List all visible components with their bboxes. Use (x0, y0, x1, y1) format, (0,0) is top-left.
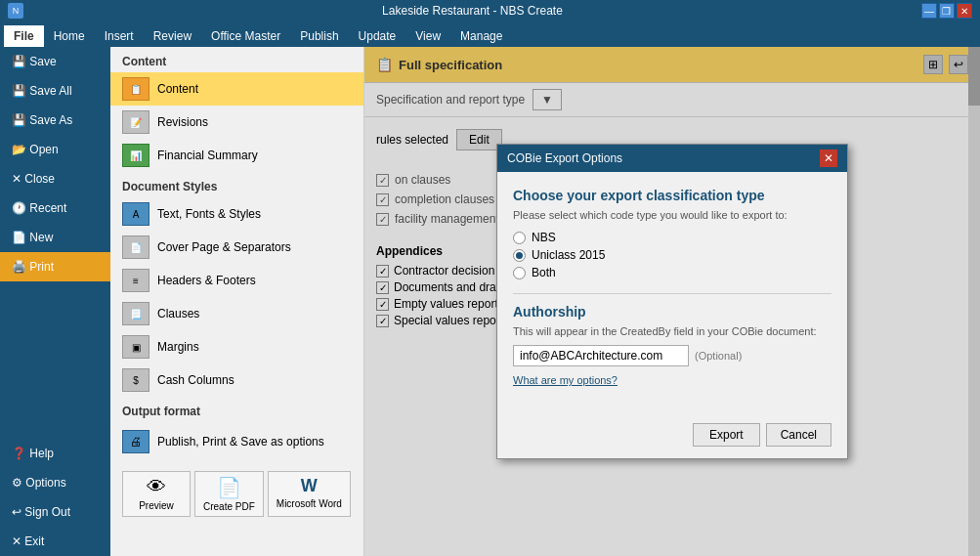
open-icon: 📂 (12, 143, 26, 156)
tab-publish[interactable]: Publish (290, 25, 348, 47)
export-btn[interactable]: Export (693, 423, 760, 447)
tab-home[interactable]: Home (44, 25, 95, 47)
preview-btn[interactable]: 👁 Preview (122, 471, 191, 517)
options-icon: ⚙ (12, 476, 22, 490)
tab-insert[interactable]: Insert (95, 25, 144, 47)
backstage-menu: 💾 Save 💾 Save All 💾 Save As 📂 Open ✕ Clo… (0, 47, 110, 556)
output-buttons: 👁 Preview 📄 Create PDF W Microsoft Word (110, 467, 363, 521)
save-all-icon: 💾 (12, 84, 26, 98)
auth-input-row: (Optional) (513, 345, 831, 366)
radio-uniclass-btn[interactable] (513, 249, 526, 262)
title-bar-left: N (8, 3, 23, 19)
radio-group: NBS Uniclass 2015 Both (513, 231, 831, 279)
auth-input[interactable] (513, 345, 689, 366)
tab-update[interactable]: Update (349, 25, 406, 47)
publish-icon: 🖨 (122, 430, 149, 453)
authorship-desc: This will appear in the CreatedBy field … (513, 325, 831, 337)
cobie-dialog: COBie Export Options ✕ Choose your expor… (496, 144, 848, 459)
tab-office-master[interactable]: Office Master (201, 25, 290, 47)
tab-view[interactable]: View (405, 25, 450, 47)
word-btn[interactable]: W Microsoft Word (268, 471, 351, 517)
nav-financial-summary[interactable]: 📊 Financial Summary (110, 139, 363, 172)
output-section-title: Output format (110, 397, 363, 422)
what-link[interactable]: What are my options? (513, 374, 831, 386)
pdf-icon: 📄 (217, 476, 241, 499)
close-btn[interactable]: ✕ (957, 3, 972, 19)
backstage-help[interactable]: ❓ Help (0, 439, 110, 468)
sign-out-icon: ↩ (12, 505, 21, 519)
preview-icon: 👁 (147, 476, 166, 498)
dialog-close-btn[interactable]: ✕ (820, 150, 837, 167)
tab-review[interactable]: Review (144, 25, 201, 47)
dialog-section1-title: Choose your export classification type (513, 188, 831, 203)
nav-content[interactable]: 📋 Content (110, 72, 363, 106)
backstage-sign-out[interactable]: ↩ Sign Out (0, 497, 110, 527)
close-doc-icon: ✕ (12, 172, 21, 186)
nav-margins[interactable]: ▣ Margins (110, 330, 363, 364)
nav-headers-footers[interactable]: ≡ Headers & Footers (110, 264, 363, 297)
window-title: Lakeside Restaurant - NBS Create (382, 4, 563, 18)
word-icon: W (301, 476, 318, 496)
recent-icon: 🕐 (12, 201, 26, 215)
revisions-icon: 📝 (122, 110, 149, 134)
backstage-print[interactable]: 🖨️ Print (0, 252, 110, 281)
left-panel: Content 📋 Content 📝 Revisions 📊 Financia… (110, 47, 364, 556)
backstage-save-as[interactable]: 💾 Save As (0, 106, 110, 135)
radio-both-btn[interactable] (513, 267, 526, 279)
radio-nbs[interactable]: NBS (513, 231, 831, 244)
backstage-recent[interactable]: 🕐 Recent (0, 193, 110, 223)
exit-icon: ✕ (12, 535, 21, 548)
dialog-section1-desc: Please select which code type you would … (513, 209, 831, 221)
dialog-divider (513, 293, 831, 294)
minimize-btn[interactable]: — (921, 3, 937, 19)
restore-btn[interactable]: ❐ (939, 3, 955, 19)
content-icon: 📋 (122, 77, 149, 101)
dialog-titlebar: COBie Export Options ✕ (497, 145, 847, 172)
backstage-options[interactable]: ⚙ Options (0, 468, 110, 497)
financial-icon: 📊 (122, 144, 149, 167)
content-area: Content 📋 Content 📝 Revisions 📊 Financia… (110, 47, 980, 556)
title-bar: N Lakeside Restaurant - NBS Create — ❐ ✕ (0, 0, 980, 21)
margins-icon: ▣ (122, 335, 149, 359)
content-section-title: Content (110, 47, 363, 72)
backstage-close[interactable]: ✕ Close (0, 164, 110, 193)
dialog-title: COBie Export Options (507, 151, 622, 165)
cancel-btn[interactable]: Cancel (766, 423, 831, 447)
new-icon: 📄 (12, 231, 26, 244)
dialog-footer: Export Cancel (497, 415, 847, 458)
cash-icon: $ (122, 368, 149, 392)
nav-cover-page[interactable]: 📄 Cover Page & Separators (110, 231, 363, 264)
backstage-new[interactable]: 📄 New (0, 223, 110, 252)
dialog-body: Choose your export classification type P… (497, 172, 847, 415)
nav-clauses[interactable]: 📃 Clauses (110, 297, 363, 330)
nav-revisions[interactable]: 📝 Revisions (110, 106, 363, 139)
radio-both[interactable]: Both (513, 266, 831, 279)
window-controls: — ❐ ✕ (921, 3, 972, 19)
ribbon-tabs: File Home Insert Review Office Master Pu… (0, 21, 980, 47)
cover-icon: 📄 (122, 235, 149, 259)
styles-section-title: Document Styles (110, 172, 363, 197)
nav-text-fonts[interactable]: A Text, Fonts & Styles (110, 197, 363, 231)
backstage-open[interactable]: 📂 Open (0, 135, 110, 164)
save-as-icon: 💾 (12, 113, 26, 127)
print-icon: 🖨️ (12, 260, 26, 274)
radio-uniclass[interactable]: Uniclass 2015 (513, 248, 831, 262)
save-icon: 💾 (12, 55, 26, 68)
create-pdf-btn[interactable]: 📄 Create PDF (194, 471, 264, 517)
headers-icon: ≡ (122, 269, 149, 292)
dialog-overlay: COBie Export Options ✕ Choose your expor… (364, 47, 980, 556)
backstage-save-all[interactable]: 💾 Save All (0, 76, 110, 106)
auth-optional-label: (Optional) (695, 350, 742, 362)
radio-nbs-btn[interactable] (513, 232, 526, 244)
publish-row[interactable]: 🖨 Publish, Print & Save as options (110, 422, 363, 461)
authorship-title: Authorship (513, 304, 831, 320)
backstage-save[interactable]: 💾 Save (0, 47, 110, 76)
app-icon: N (8, 3, 23, 19)
fonts-icon: A (122, 202, 149, 226)
tab-manage[interactable]: Manage (450, 25, 512, 47)
help-icon: ❓ (12, 447, 26, 460)
right-panel: 📋 Full specification ⊞ ↩ Specification a… (364, 47, 980, 556)
backstage-exit[interactable]: ✕ Exit (0, 527, 110, 556)
tab-file[interactable]: File (4, 25, 44, 47)
nav-cash-columns[interactable]: $ Cash Columns (110, 364, 363, 397)
